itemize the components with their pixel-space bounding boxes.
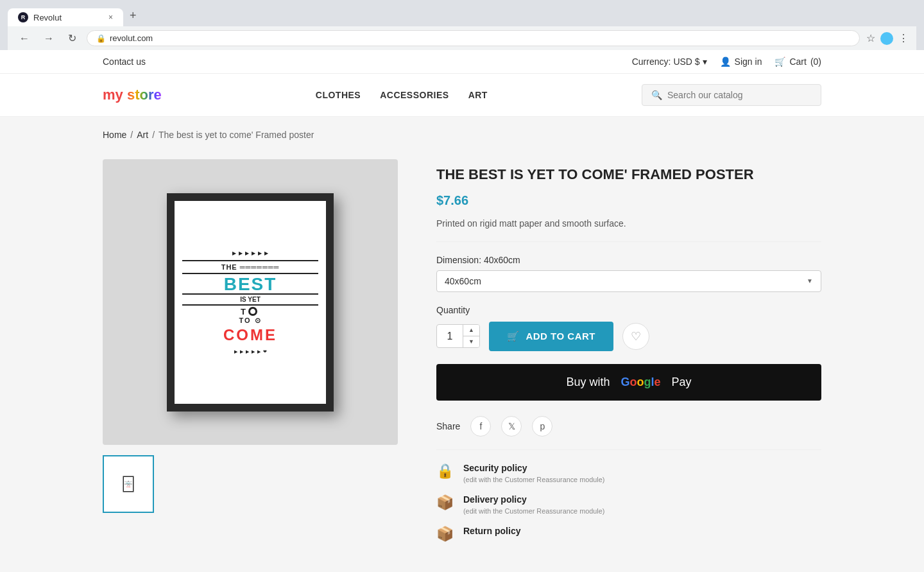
twitter-share-button[interactable]: 𝕏	[501, 416, 522, 437]
dimension-label: Dimension: 40x60cm	[436, 255, 821, 265]
security-icon: 🔒	[436, 463, 454, 480]
currency-value: USD $	[673, 56, 699, 67]
return-policy: 📦 Return policy	[436, 526, 821, 542]
quantity-arrows: ▲ ▼	[463, 325, 479, 347]
quantity-label: Quantity	[436, 305, 821, 315]
security-policy-title: Security policy	[463, 463, 604, 473]
delivery-icon: 📦	[436, 494, 454, 511]
contact-us-text[interactable]: Contact us	[103, 56, 146, 67]
main-product-image: ▶▶▶▶▶▶ THE ═══════ BEST IS YET T TO ⊙ CO…	[103, 159, 398, 445]
delivery-policy-detail: (edit with the Customer Reassurance modu…	[463, 507, 604, 515]
tab-favicon: R	[18, 12, 28, 22]
dimension-select[interactable]: 40x60cm ▼	[436, 270, 821, 292]
poster-frame: ▶▶▶▶▶▶ THE ═══════ BEST IS YET T TO ⊙ CO…	[167, 193, 334, 412]
breadcrumb-current: The best is yet to come' Framed poster	[158, 130, 314, 140]
product-description: Printed on rigid matt paper and smooth s…	[436, 218, 821, 242]
browser-chrome: R Revolut × + ← → ↻ 🔒 revolut.com ☆ ⋮	[0, 0, 924, 50]
tab-title: Revolut	[33, 13, 62, 22]
security-policy-text: Security policy (edit with the Customer …	[463, 463, 604, 484]
pinterest-share-button[interactable]: p	[532, 416, 552, 437]
back-button[interactable]: ←	[15, 31, 33, 46]
nav-bar: my store CLOTHES ACCESSORIES ART 🔍	[0, 74, 924, 117]
browser-tabs: R Revolut × +	[8, 5, 916, 26]
facebook-share-button[interactable]: f	[470, 416, 491, 437]
wishlist-button[interactable]: ♡	[622, 323, 649, 350]
quantity-down-button[interactable]: ▼	[463, 336, 479, 347]
poster-best: BEST	[224, 275, 277, 293]
nav-art[interactable]: ART	[468, 90, 488, 100]
poster-to-row: T	[241, 307, 260, 316]
dimension-chevron-icon: ▼	[807, 277, 813, 284]
product-info: THE BEST IS YET TO COME' FRAMED POSTER $…	[436, 159, 821, 553]
product-price: $7.66	[436, 193, 821, 208]
nav-clothes[interactable]: CLOTHES	[316, 90, 361, 100]
user-icon: 👤	[720, 56, 731, 67]
quantity-value[interactable]: 1	[437, 325, 463, 347]
delivery-policy-text: Delivery policy (edit with the Customer …	[463, 494, 604, 516]
poster-to-full: TO ⊙	[239, 316, 261, 325]
forward-button[interactable]: →	[40, 31, 58, 46]
currency-label: Currency:	[632, 56, 671, 67]
browser-address-bar: ← → ↻ 🔒 revolut.com ☆ ⋮	[8, 26, 916, 50]
security-policy-detail: (edit with the Customer Reassurance modu…	[463, 476, 604, 483]
poster-is-yet: IS YET	[182, 293, 318, 306]
bookmark-button[interactable]: ☆	[866, 32, 875, 44]
quantity-input[interactable]: 1 ▲ ▼	[436, 324, 480, 348]
cart-icon: 🛒	[774, 56, 785, 67]
top-bar: Contact us Currency: USD $ ▾ 👤 Sign in 🛒…	[0, 50, 924, 74]
logo-my: my	[103, 87, 127, 103]
nav-accessories[interactable]: ACCESSORIES	[380, 90, 449, 100]
breadcrumb-sep-2: /	[152, 130, 155, 140]
search-box[interactable]: 🔍	[642, 84, 821, 106]
cart-button[interactable]: 🛒 Cart (0)	[774, 56, 821, 67]
tab-close-button[interactable]: ×	[108, 13, 113, 22]
add-to-cart-label: ADD TO CART	[526, 331, 595, 342]
logo-store: store	[127, 87, 162, 103]
delivery-policy: 📦 Delivery policy (edit with the Custome…	[436, 494, 821, 516]
currency-chevron-icon: ▾	[703, 56, 707, 67]
browser-actions: ☆ ⋮	[866, 32, 909, 45]
url-bar[interactable]: 🔒 revolut.com	[87, 30, 860, 46]
image-gallery: ▶▶▶▶▶▶ THE ═══════ BEST IS YET T TO ⊙ CO…	[103, 159, 398, 553]
logo[interactable]: my store	[103, 87, 162, 103]
facebook-icon: f	[479, 421, 482, 431]
google-pay-button[interactable]: Buy with Google Pay	[436, 364, 821, 401]
lock-icon: 🔒	[96, 34, 106, 43]
return-policy-title: Return policy	[463, 526, 520, 536]
poster-come-word: COME	[223, 326, 277, 344]
menu-button[interactable]: ⋮	[898, 32, 909, 44]
pay-label: Pay	[672, 376, 692, 389]
dimension-value: 40x60cm	[445, 276, 481, 286]
share-row: Share f 𝕏 p	[436, 416, 821, 450]
cart-count: (0)	[810, 56, 821, 67]
search-input[interactable]	[667, 90, 812, 100]
browser-tab-revolut[interactable]: R Revolut ×	[8, 8, 123, 26]
url-text: revolut.com	[110, 33, 153, 43]
poster-to-text: T	[241, 307, 246, 316]
product-section: ▶▶▶▶▶▶ THE ═══════ BEST IS YET T TO ⊙ CO…	[0, 153, 924, 572]
poster-inner: ▶▶▶▶▶▶ THE ═══════ BEST IS YET T TO ⊙ CO…	[175, 201, 326, 404]
sign-in-button[interactable]: 👤 Sign in	[720, 56, 762, 67]
sign-in-label: Sign in	[735, 56, 762, 67]
share-label: Share	[436, 421, 460, 431]
poster-heart: ❤	[263, 349, 267, 354]
currency-selector[interactable]: Currency: USD $ ▾	[632, 56, 707, 67]
contact-us-link[interactable]: Contact us	[103, 56, 146, 67]
refresh-button[interactable]: ↻	[64, 31, 80, 46]
search-icon: 🔍	[651, 90, 662, 100]
quantity-up-button[interactable]: ▲	[463, 325, 479, 336]
thumbnail-1[interactable]: THE BEST IS YET TO ⊙ COME	[103, 455, 154, 513]
user-profile-dot[interactable]	[880, 32, 893, 45]
page: Contact us Currency: USD $ ▾ 👤 Sign in 🛒…	[0, 50, 924, 572]
breadcrumb-home[interactable]: Home	[103, 130, 126, 140]
poster-bottom-row: ▶▶▶▶▶ ❤	[234, 349, 267, 354]
pinterest-icon: p	[540, 421, 545, 431]
return-icon: 📦	[436, 526, 454, 542]
poster-the: THE ═══════	[182, 260, 318, 274]
poster-arrows-top: ▶▶▶▶▶▶	[232, 250, 268, 256]
product-title: THE BEST IS YET TO COME' FRAMED POSTER	[436, 166, 821, 184]
add-to-cart-button[interactable]: 🛒 ADD TO CART	[489, 322, 613, 351]
breadcrumb-art[interactable]: Art	[137, 130, 148, 140]
cart-btn-icon: 🛒	[507, 331, 520, 342]
new-tab-button[interactable]: +	[123, 5, 143, 26]
